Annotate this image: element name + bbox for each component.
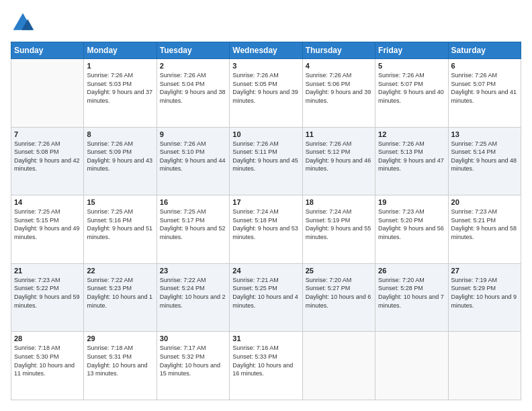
- calendar-cell: 3 Sunrise: 7:26 AM Sunset: 5:05 PM Dayli…: [230, 59, 302, 128]
- day-info: Sunrise: 7:23 AM Sunset: 5:22 PM Dayligh…: [14, 276, 81, 310]
- sunrise-text: Sunrise: 7:24 AM: [306, 208, 352, 215]
- daylight-text: Daylight: 9 hours and 38 minutes.: [160, 89, 226, 104]
- sunset-text: Sunset: 5:22 PM: [14, 285, 59, 291]
- sunset-text: Sunset: 5:20 PM: [378, 217, 423, 224]
- day-info: Sunrise: 7:26 AM Sunset: 5:05 PM Dayligh…: [232, 71, 299, 105]
- calendar-cell: 13 Sunrise: 7:25 AM Sunset: 5:14 PM Dayl…: [448, 127, 521, 195]
- day-number: 18: [306, 198, 372, 206]
- sunset-text: Sunset: 5:28 PM: [378, 285, 423, 291]
- weekday-header: Wednesday: [230, 42, 302, 59]
- sunset-text: Sunset: 5:30 PM: [14, 353, 59, 360]
- day-info: Sunrise: 7:26 AM Sunset: 5:04 PM Dayligh…: [160, 71, 226, 105]
- day-number: 22: [87, 267, 153, 275]
- daylight-text: Daylight: 9 hours and 59 minutes.: [14, 293, 80, 309]
- sunrise-text: Sunrise: 7:26 AM: [87, 72, 133, 79]
- sunset-text: Sunset: 5:18 PM: [232, 217, 277, 224]
- sunrise-text: Sunrise: 7:26 AM: [451, 72, 498, 79]
- daylight-text: Daylight: 9 hours and 58 minutes.: [451, 225, 517, 240]
- day-info: Sunrise: 7:26 AM Sunset: 5:11 PM Dayligh…: [232, 140, 299, 173]
- calendar-cell: 25 Sunrise: 7:20 AM Sunset: 5:27 PM Dayl…: [302, 263, 375, 332]
- calendar-cell: 17 Sunrise: 7:24 AM Sunset: 5:18 PM Dayl…: [230, 195, 302, 264]
- sunrise-text: Sunrise: 7:25 AM: [14, 208, 60, 215]
- logo: [11, 11, 38, 35]
- sunset-text: Sunset: 5:31 PM: [87, 353, 132, 360]
- daylight-text: Daylight: 9 hours and 41 minutes.: [451, 89, 517, 104]
- sunset-text: Sunset: 5:06 PM: [306, 81, 351, 87]
- day-number: 24: [232, 267, 299, 275]
- day-info: Sunrise: 7:25 AM Sunset: 5:15 PM Dayligh…: [14, 208, 81, 241]
- day-number: 14: [14, 198, 81, 206]
- calendar-header: SundayMondayTuesdayWednesdayThursdayFrid…: [11, 42, 521, 59]
- sunset-text: Sunset: 5:08 PM: [14, 148, 59, 155]
- calendar-cell: 29 Sunrise: 7:18 AM Sunset: 5:31 PM Dayl…: [84, 332, 157, 400]
- sunset-text: Sunset: 5:07 PM: [451, 81, 496, 87]
- page: SundayMondayTuesdayWednesdayThursdayFrid…: [0, 0, 532, 411]
- calendar-cell: 8 Sunrise: 7:26 AM Sunset: 5:09 PM Dayli…: [84, 127, 157, 195]
- day-info: Sunrise: 7:26 AM Sunset: 5:08 PM Dayligh…: [14, 140, 81, 173]
- sunset-text: Sunset: 5:25 PM: [232, 285, 277, 291]
- day-info: Sunrise: 7:25 AM Sunset: 5:16 PM Dayligh…: [87, 208, 153, 241]
- daylight-text: Daylight: 9 hours and 43 minutes.: [87, 157, 152, 173]
- calendar-cell: 4 Sunrise: 7:26 AM Sunset: 5:06 PM Dayli…: [302, 59, 375, 128]
- calendar-cell: 1 Sunrise: 7:26 AM Sunset: 5:03 PM Dayli…: [84, 59, 157, 128]
- day-info: Sunrise: 7:19 AM Sunset: 5:29 PM Dayligh…: [451, 276, 518, 310]
- day-number: 12: [378, 130, 445, 138]
- day-info: Sunrise: 7:26 AM Sunset: 5:07 PM Dayligh…: [451, 71, 518, 105]
- sunrise-text: Sunrise: 7:26 AM: [378, 140, 425, 147]
- sunset-text: Sunset: 5:32 PM: [160, 353, 205, 360]
- sunrise-text: Sunrise: 7:26 AM: [160, 72, 206, 79]
- calendar-cell: 21 Sunrise: 7:23 AM Sunset: 5:22 PM Dayl…: [11, 263, 84, 332]
- daylight-text: Daylight: 9 hours and 49 minutes.: [14, 225, 80, 240]
- sunrise-text: Sunrise: 7:17 AM: [160, 345, 206, 351]
- day-info: Sunrise: 7:26 AM Sunset: 5:13 PM Dayligh…: [378, 140, 445, 173]
- day-number: 30: [160, 334, 226, 342]
- calendar-cell: 30 Sunrise: 7:17 AM Sunset: 5:32 PM Dayl…: [157, 332, 229, 400]
- sunrise-text: Sunrise: 7:16 AM: [232, 345, 279, 351]
- calendar-cell: 11 Sunrise: 7:26 AM Sunset: 5:12 PM Dayl…: [302, 127, 375, 195]
- weekday-header: Tuesday: [157, 42, 229, 59]
- day-info: Sunrise: 7:20 AM Sunset: 5:27 PM Dayligh…: [306, 276, 372, 310]
- day-number: 25: [306, 267, 372, 275]
- sunrise-text: Sunrise: 7:26 AM: [160, 140, 206, 147]
- sunrise-text: Sunrise: 7:18 AM: [14, 345, 60, 351]
- day-info: Sunrise: 7:26 AM Sunset: 5:07 PM Dayligh…: [378, 71, 445, 105]
- daylight-text: Daylight: 9 hours and 56 minutes.: [378, 225, 444, 240]
- calendar-cell: 26 Sunrise: 7:20 AM Sunset: 5:28 PM Dayl…: [375, 263, 448, 332]
- day-number: 21: [14, 267, 81, 275]
- calendar-week: 14 Sunrise: 7:25 AM Sunset: 5:15 PM Dayl…: [11, 195, 521, 264]
- sunset-text: Sunset: 5:10 PM: [160, 148, 205, 155]
- sunset-text: Sunset: 5:07 PM: [378, 81, 423, 87]
- weekday-header: Thursday: [302, 42, 375, 59]
- day-info: Sunrise: 7:26 AM Sunset: 5:12 PM Dayligh…: [306, 140, 372, 173]
- daylight-text: Daylight: 10 hours and 6 minutes.: [306, 293, 371, 309]
- calendar-cell: 23 Sunrise: 7:22 AM Sunset: 5:24 PM Dayl…: [157, 263, 229, 332]
- day-info: Sunrise: 7:26 AM Sunset: 5:06 PM Dayligh…: [306, 71, 372, 105]
- daylight-text: Daylight: 9 hours and 55 minutes.: [306, 225, 371, 240]
- sunset-text: Sunset: 5:05 PM: [232, 81, 277, 87]
- sunrise-text: Sunrise: 7:23 AM: [451, 208, 498, 215]
- day-number: 9: [160, 130, 226, 138]
- daylight-text: Daylight: 10 hours and 1 minute.: [87, 293, 152, 309]
- sunrise-text: Sunrise: 7:23 AM: [14, 277, 60, 283]
- sunset-text: Sunset: 5:04 PM: [160, 81, 205, 87]
- day-number: 5: [378, 62, 445, 70]
- daylight-text: Daylight: 9 hours and 48 minutes.: [451, 157, 517, 173]
- sunrise-text: Sunrise: 7:26 AM: [232, 72, 279, 79]
- calendar-cell: 7 Sunrise: 7:26 AM Sunset: 5:08 PM Dayli…: [11, 127, 84, 195]
- calendar-cell: 20 Sunrise: 7:23 AM Sunset: 5:21 PM Dayl…: [448, 195, 521, 264]
- sunset-text: Sunset: 5:15 PM: [14, 217, 59, 224]
- daylight-text: Daylight: 9 hours and 45 minutes.: [232, 157, 298, 173]
- day-number: 11: [306, 130, 372, 138]
- day-info: Sunrise: 7:24 AM Sunset: 5:19 PM Dayligh…: [306, 208, 372, 241]
- daylight-text: Daylight: 10 hours and 7 minutes.: [378, 293, 444, 309]
- calendar-cell: 10 Sunrise: 7:26 AM Sunset: 5:11 PM Dayl…: [230, 127, 302, 195]
- sunrise-text: Sunrise: 7:26 AM: [232, 140, 279, 147]
- weekday-header: Sunday: [11, 42, 84, 59]
- sunset-text: Sunset: 5:03 PM: [87, 81, 132, 87]
- day-info: Sunrise: 7:25 AM Sunset: 5:14 PM Dayligh…: [451, 140, 518, 173]
- sunrise-text: Sunrise: 7:24 AM: [232, 208, 279, 215]
- sunset-text: Sunset: 5:29 PM: [451, 285, 496, 291]
- sunset-text: Sunset: 5:21 PM: [451, 217, 496, 224]
- calendar-cell: 6 Sunrise: 7:26 AM Sunset: 5:07 PM Dayli…: [448, 59, 521, 128]
- day-info: Sunrise: 7:22 AM Sunset: 5:24 PM Dayligh…: [160, 276, 226, 310]
